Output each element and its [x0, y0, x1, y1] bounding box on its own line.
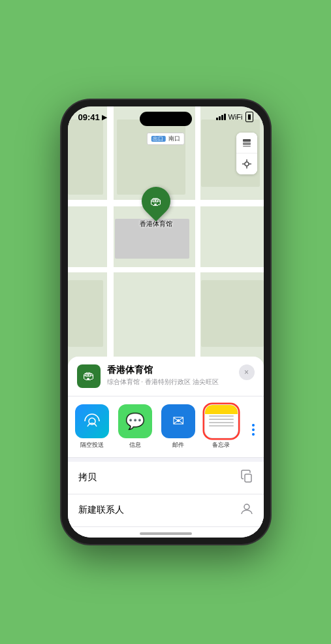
home-indicator — [140, 532, 192, 535]
more-dot-1 — [252, 424, 255, 427]
bottom-sheet: 🏟 香港体育馆 综合体育馆 · 香港特别行政区 油尖旺区 × 隔空投送 — [68, 357, 264, 538]
action-copy[interactable]: 拷贝 — [68, 462, 264, 494]
venue-name: 香港体育馆 — [107, 364, 239, 376]
add-to-contact-label: 添加到现有联系人 — [78, 537, 151, 538]
notes-icon — [204, 404, 238, 438]
svg-rect-2 — [243, 146, 251, 147]
notes-label: 备忘录 — [212, 441, 230, 449]
share-row: 隔空投送 💬 信息 ✉ 邮件 — [68, 396, 264, 458]
map-location-button[interactable] — [236, 153, 257, 174]
airdrop-icon — [75, 404, 109, 438]
svg-point-11 — [244, 537, 248, 538]
svg-point-10 — [244, 504, 249, 509]
action-new-contact[interactable]: 新建联系人 — [68, 494, 264, 527]
notes-header — [205, 405, 238, 414]
dynamic-island — [140, 112, 192, 126]
stadium-marker: 🏟 香港体育馆 — [140, 187, 172, 229]
airdrop-label: 隔空投送 — [80, 441, 104, 449]
venue-info: 香港体育馆 综合体育馆 · 香港特别行政区 油尖旺区 — [107, 364, 239, 387]
wifi-icon: WiFi — [229, 113, 243, 121]
new-contact-icon — [240, 502, 253, 519]
marker-pin: 🏟 — [135, 181, 176, 221]
status-time: 09:41 — [78, 112, 100, 122]
share-item-airdrop[interactable]: 隔空投送 — [73, 404, 111, 449]
svg-rect-1 — [243, 142, 251, 145]
map-background — [68, 106, 264, 374]
location-arrow-icon: ▶ — [102, 114, 107, 121]
map-area[interactable]: 出口 南口 🏟 香港体育馆 — [68, 106, 264, 374]
copy-label: 拷贝 — [78, 472, 97, 483]
map-controls[interactable] — [236, 133, 257, 174]
new-contact-label: 新建联系人 — [78, 504, 124, 516]
svg-rect-9 — [245, 474, 251, 482]
phone-screen: 09:41 ▶ WiFi ▮ — [68, 106, 264, 538]
signal-icon — [216, 114, 226, 120]
stadium-icon: 🏟 — [150, 195, 162, 208]
more-dot-2 — [252, 428, 255, 431]
share-item-notes[interactable]: 备忘录 — [202, 404, 240, 449]
action-list: 拷贝 新建联系人 添加到现有联系人 — [68, 462, 264, 538]
status-icons: WiFi ▮ — [216, 112, 253, 122]
message-icon: 💬 — [118, 404, 152, 438]
venue-subtitle: 综合体育馆 · 香港特别行政区 油尖旺区 — [107, 378, 239, 387]
venue-card: 🏟 香港体育馆 综合体育馆 · 香港特别行政区 油尖旺区 × — [68, 357, 264, 396]
venue-icon-wrap: 🏟 — [77, 364, 101, 388]
map-exit-label: 出口 南口 — [146, 133, 185, 145]
close-button[interactable]: × — [239, 364, 255, 380]
battery-icon: ▮ — [245, 112, 253, 122]
share-item-mail[interactable]: ✉ 邮件 — [159, 404, 197, 449]
share-item-message[interactable]: 💬 信息 — [116, 404, 154, 449]
message-label: 信息 — [129, 441, 141, 449]
more-indicator[interactable] — [245, 404, 261, 449]
venue-icon: 🏟 — [83, 369, 95, 383]
more-dot-3 — [252, 433, 255, 436]
svg-point-3 — [245, 162, 249, 166]
phone-frame: 09:41 ▶ WiFi ▮ — [61, 100, 270, 544]
copy-icon — [240, 470, 253, 486]
mail-icon: ✉ — [161, 404, 195, 438]
mail-label: 邮件 — [172, 441, 184, 449]
notes-lines — [209, 415, 234, 427]
add-contact-icon — [240, 535, 253, 538]
svg-rect-0 — [243, 139, 251, 142]
map-layers-button[interactable] — [236, 133, 257, 153]
